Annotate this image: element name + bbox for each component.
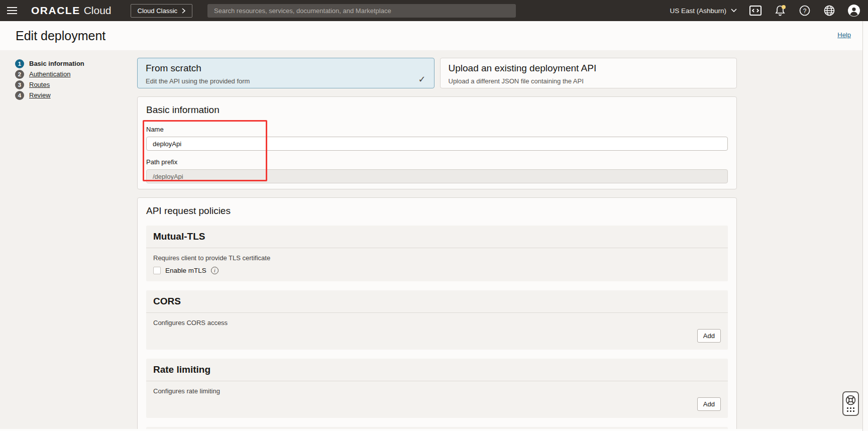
option-title: Upload an existing deployment API	[449, 63, 729, 74]
option-description: Upload a different JSON file containing …	[449, 77, 729, 85]
help-circle-icon[interactable]: ?	[799, 5, 811, 17]
chevron-right-icon	[182, 8, 185, 14]
cors-title: CORS	[153, 296, 181, 306]
option-from-scratch[interactable]: From scratch Edit the API using the prov…	[137, 58, 435, 88]
topbar-right: US East (Ashburn) ?	[670, 5, 860, 17]
topbar: ORACLE Cloud Cloud Classic US East (Ashb…	[0, 0, 868, 21]
step-routes[interactable]: 3 Routes	[15, 79, 84, 90]
lifering-icon	[845, 395, 856, 405]
step-number: 3	[15, 80, 24, 89]
source-options: From scratch Edit the API using the prov…	[137, 58, 737, 88]
enable-mtls-checkbox[interactable]	[153, 267, 161, 274]
step-number: 4	[15, 91, 24, 100]
option-upload-existing-api[interactable]: Upload an existing deployment API Upload…	[440, 58, 737, 88]
wizard-steps: 1 Basic information 2 Authentication 3 R…	[15, 58, 84, 100]
rate-limiting-title: Rate limiting	[153, 364, 210, 375]
step-number: 1	[15, 59, 24, 68]
rate-limiting-section: Rate limiting Configures rate limiting A…	[146, 359, 728, 418]
cors-section: CORS Configures CORS access Add	[146, 290, 728, 350]
page-title: Edit deployment	[16, 29, 105, 43]
basic-information-card: Basic information Name Path prefix	[137, 96, 737, 189]
enable-mtls-row: Enable mTLS i	[153, 267, 721, 274]
basic-information-title: Basic information	[146, 104, 728, 116]
step-authentication[interactable]: 2 Authentication	[15, 69, 84, 79]
api-request-policies-card: API request policies Mutual-TLS Requires…	[137, 197, 737, 431]
rate-limiting-description: Configures rate limiting	[153, 387, 721, 395]
path-prefix-label: Path prefix	[146, 158, 728, 166]
cors-description: Configures CORS access	[153, 319, 721, 327]
search-input[interactable]	[207, 4, 516, 18]
mutual-tls-section: Mutual-TLS Requires client to provide TL…	[146, 226, 728, 281]
notifications-bell-icon[interactable]	[774, 5, 786, 17]
info-icon[interactable]: i	[211, 267, 219, 274]
region-label: US East (Ashburn)	[670, 7, 726, 15]
name-input[interactable]	[146, 137, 728, 151]
globe-icon[interactable]	[823, 5, 835, 17]
svg-text:?: ?	[803, 8, 807, 15]
step-number: 2	[15, 70, 24, 79]
name-label: Name	[146, 126, 728, 133]
rate-limiting-add-button[interactable]: Add	[697, 397, 721, 411]
brand-oracle: ORACLE	[31, 5, 80, 17]
step-basic-information[interactable]: 1 Basic information	[15, 58, 84, 69]
step-label: Basic information	[29, 60, 84, 67]
notification-dot	[782, 5, 786, 9]
main-content: From scratch Edit the API using the prov…	[137, 58, 737, 431]
api-request-policies-title: API request policies	[146, 205, 728, 217]
step-review[interactable]: 4 Review	[15, 90, 84, 100]
enable-mtls-label: Enable mTLS	[165, 267, 206, 274]
page-header: Edit deployment Help	[0, 21, 868, 50]
profile-avatar-icon[interactable]	[848, 5, 860, 17]
path-prefix-input	[146, 169, 728, 183]
global-search	[207, 4, 516, 18]
brand-cloud: Cloud	[84, 5, 112, 17]
mutual-tls-description: Requires client to provide TLS certifica…	[153, 254, 721, 262]
cloud-classic-label: Cloud Classic	[138, 7, 177, 15]
cors-add-button[interactable]: Add	[697, 329, 721, 343]
cloud-classic-button[interactable]: Cloud Classic	[131, 4, 192, 18]
option-description: Edit the API using the provided form	[146, 77, 426, 85]
support-widget-button[interactable]	[842, 391, 859, 416]
cli-console-icon[interactable]	[749, 5, 762, 17]
help-link[interactable]: Help	[837, 31, 851, 39]
dots-grid-icon	[847, 407, 855, 412]
option-title: From scratch	[146, 63, 426, 74]
bottom-strip	[0, 429, 862, 431]
region-selector[interactable]: US East (Ashburn)	[670, 7, 737, 15]
chevron-down-icon	[731, 9, 737, 13]
selected-check-icon: ✓	[418, 74, 425, 85]
step-label: Authentication	[29, 70, 70, 78]
step-label: Routes	[29, 81, 50, 88]
vertical-scrollbar[interactable]	[862, 21, 868, 431]
mutual-tls-title: Mutual-TLS	[153, 231, 205, 242]
oracle-cloud-logo: ORACLE Cloud	[31, 5, 112, 17]
step-label: Review	[29, 91, 51, 99]
hamburger-menu-icon[interactable]	[7, 5, 19, 17]
